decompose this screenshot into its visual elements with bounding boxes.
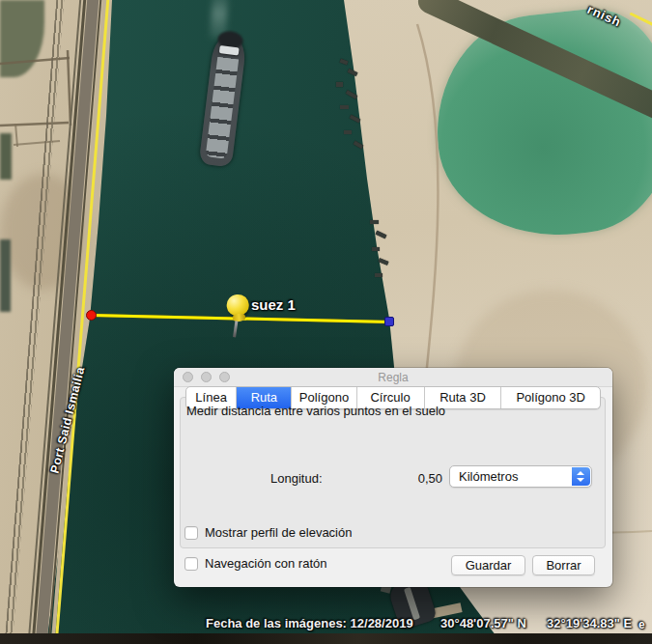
window-titlebar[interactable]: Regla (174, 368, 612, 387)
length-value: 0,50 (396, 471, 442, 486)
moored-barge (336, 82, 343, 87)
elevation-profile-label: Mostrar perfil de elevación (205, 525, 352, 540)
latitude-readout: 30°48'07.57" N (440, 616, 526, 630)
mouse-navigation-label: Navegación con ratón (205, 556, 326, 571)
google-earth-viewport[interactable]: Port Said Ismailia rnish suez 1 Fecha de… (0, 0, 652, 644)
unit-select[interactable]: Kilómetros (449, 465, 592, 488)
measurement-start-point[interactable] (86, 310, 97, 321)
elevation-profile-checkbox[interactable]: Mostrar perfil de elevación (184, 525, 352, 540)
moored-barge (340, 105, 349, 109)
moored-barge (372, 247, 380, 251)
vegetation-patch (0, 239, 11, 312)
placemark-label: suez 1 (251, 296, 296, 313)
measurement-end-point[interactable] (384, 317, 394, 326)
dark-shoreline (0, 633, 652, 644)
window-title: Regla (174, 371, 612, 384)
elevation-readout-fragment: e (638, 618, 645, 631)
ruler-window[interactable]: Regla Línea Ruta Polígono Círculo Ruta 3… (174, 368, 612, 587)
length-label: Longitud: (270, 471, 323, 486)
mouse-navigation-checkbox[interactable]: Navegación con ratón (184, 556, 326, 571)
moored-barge (375, 273, 383, 277)
description-text: Medir distancia entre varios puntos en e… (186, 404, 445, 418)
longitude-readout: 32°19'34.83" E (547, 616, 632, 630)
stepper-icon[interactable] (572, 467, 590, 486)
tab-poligono-3d[interactable]: Polígono 3D (501, 387, 600, 408)
checkbox-icon[interactable] (184, 557, 198, 571)
vegetation-patch (0, 133, 12, 180)
moored-barge (370, 220, 379, 224)
checkbox-icon[interactable] (184, 526, 198, 540)
save-button[interactable]: Guardar (451, 555, 525, 575)
imagery-date-label: Fecha de las imágenes: 12/28/2019 (206, 616, 413, 630)
pushpin-needle (233, 321, 238, 337)
moored-barge (344, 130, 352, 134)
clear-button[interactable]: Borrar (532, 555, 595, 575)
unit-selected-value: Kilómetros (459, 469, 518, 484)
